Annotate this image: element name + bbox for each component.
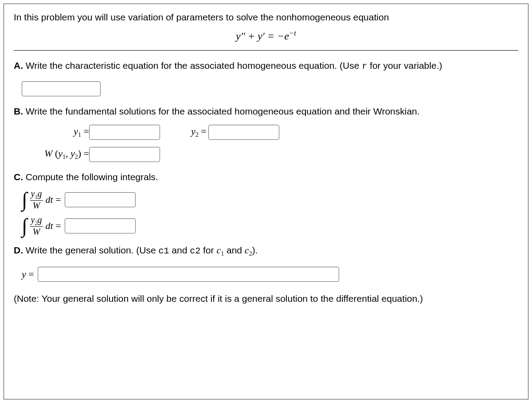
problem-container: In this problem you will use variation o…: [4, 4, 528, 399]
y1-label: y1 =: [14, 126, 89, 138]
integral-sign-icon: ∫: [22, 190, 27, 210]
integral-1-expression: ∫ y1g W dt =: [22, 189, 61, 210]
main-equation: y″ + y′ = −e−t: [14, 29, 518, 42]
part-d: D. Write the general solution. (Use c1 a…: [14, 245, 518, 281]
part-b-label: B.: [14, 106, 23, 116]
integral-2-expression: ∫ y2g W dt =: [22, 215, 61, 237]
y-equals-label: y =: [22, 269, 34, 280]
part-d-label: D.: [14, 245, 23, 255]
integral-1-input[interactable]: [65, 192, 136, 207]
part-d-text2: for: [200, 245, 216, 255]
part-b: B. Write the fundamental solutions for t…: [14, 106, 518, 162]
part-a-code-r: r: [362, 61, 367, 71]
integral-2-row: ∫ y2g W dt =: [22, 215, 518, 237]
general-solution-row: y =: [22, 267, 518, 282]
part-d-and2: and: [224, 245, 245, 255]
wronskian-input[interactable]: [89, 147, 160, 162]
part-a-label: A.: [14, 60, 23, 71]
part-d-close: ).: [252, 245, 258, 255]
part-b-text: Write the fundamental solutions for the …: [23, 106, 420, 116]
integral-1-row: ∫ y1g W dt =: [22, 189, 518, 210]
part-a: A. Write the characteristic equation for…: [14, 60, 518, 96]
y2-input[interactable]: [208, 125, 279, 140]
part-c: C. Compute the following integrals. ∫ y1…: [14, 172, 518, 237]
code-c2: c2: [190, 246, 200, 256]
part-c-text: Compute the following integrals.: [23, 172, 158, 182]
general-solution-input[interactable]: [38, 267, 339, 282]
part-a-text2: for your variable.): [367, 60, 442, 71]
y2-label: y2 =: [191, 126, 207, 138]
integral-2-input[interactable]: [65, 218, 136, 233]
y1-input[interactable]: [89, 125, 160, 140]
part-c-label: C.: [14, 172, 23, 182]
part-d-text1: Write the general solution. (Use: [23, 245, 158, 255]
wronskian-label: W (y1, y2) =: [14, 148, 89, 161]
separator-line: [14, 50, 518, 51]
part-a-text1: Write the characteristic equation for th…: [23, 60, 362, 71]
characteristic-equation-input[interactable]: [22, 81, 101, 96]
integral-sign-icon: ∫: [22, 216, 27, 236]
code-c1: c1: [158, 246, 169, 256]
intro-text: In this problem you will use variation o…: [14, 12, 518, 23]
part-d-mid: and: [169, 245, 190, 255]
note-text: (Note: Your general solution will only b…: [14, 293, 518, 304]
equation-content: y″ + y′ = −e−t: [236, 30, 296, 42]
